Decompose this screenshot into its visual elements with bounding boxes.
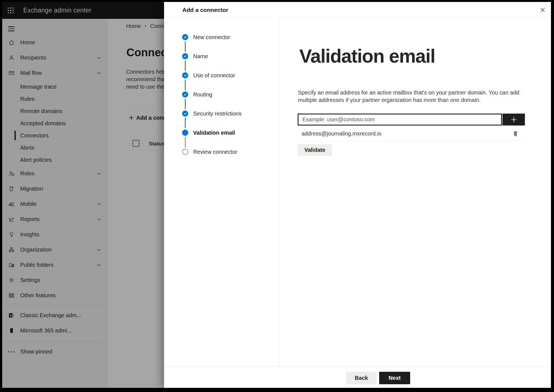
wizard-step-use-of-connector[interactable]: Use of connector — [182, 71, 235, 80]
plus-icon — [510, 116, 518, 124]
panel-header: Add a connector — [164, 2, 551, 18]
wizard-step-new-connector[interactable]: New connector — [182, 33, 230, 42]
validation-email-input[interactable] — [298, 114, 502, 125]
close-panel-button[interactable] — [539, 6, 547, 14]
wizard-step-review-connector[interactable]: Review connector — [182, 147, 237, 156]
footer-divider — [164, 366, 551, 367]
wizard-step-connector-line — [185, 61, 186, 71]
step-completed-check-icon — [182, 53, 188, 59]
modal-dim-overlay — [2, 2, 164, 388]
add-address-button[interactable] — [502, 114, 525, 125]
step-current-icon — [182, 130, 188, 136]
wizard-step-label: Routing — [193, 91, 212, 98]
step-todo-icon — [182, 149, 188, 155]
exchange-admin-window: Exchange admin center HomeRecipientsMail… — [2, 2, 551, 388]
step-completed-check-icon — [182, 91, 188, 98]
wizard-step-connector-line — [185, 99, 186, 109]
step-completed-check-icon — [182, 111, 188, 117]
wizard-step-connector-line — [185, 118, 186, 128]
wizard-step-name[interactable]: Name — [182, 52, 208, 61]
next-button[interactable]: Next — [379, 372, 410, 384]
wizard-step-connector-line — [185, 42, 186, 52]
wizard-step-label: Security restrictions — [193, 111, 242, 117]
wizard-step-routing[interactable]: Routing — [182, 90, 212, 99]
panel-title: Add a connector — [182, 2, 228, 18]
wizard-step-label: New connector — [193, 34, 230, 40]
step-completed-check-icon — [182, 34, 188, 40]
wizard-step-label: Validation email — [193, 130, 235, 136]
wizard-step-label: Name — [193, 53, 208, 60]
step-completed-check-icon — [182, 72, 188, 78]
delete-address-button[interactable] — [512, 130, 519, 137]
wizard-step-label: Use of connector — [193, 72, 235, 79]
add-connector-panel: Add a connector New connectorNameUse of … — [164, 2, 551, 388]
back-button[interactable]: Back — [346, 372, 377, 384]
trash-icon — [512, 130, 519, 137]
wizard-step-connector-line — [185, 137, 186, 147]
wizard-step-security-restrictions[interactable]: Security restrictions — [182, 109, 242, 118]
validation-address-value: address@journaling.mxrecord.io — [302, 130, 381, 137]
step-description: Specify an email address for an active m… — [298, 89, 519, 104]
wizard-divider — [279, 18, 279, 366]
step-description-line: multiple addresses if your partner organ… — [298, 96, 519, 104]
step-page-title: Validation email — [299, 45, 435, 67]
validate-button[interactable]: Validate — [298, 144, 332, 156]
wizard-step-validation-email[interactable]: Validation email — [182, 128, 235, 137]
step-description-line: Specify an email address for an active m… — [298, 89, 519, 96]
wizard-step-connector-line — [185, 80, 186, 90]
address-row-divider — [298, 141, 525, 141]
wizard-step-label: Review connector — [193, 149, 237, 155]
close-icon — [540, 7, 546, 13]
